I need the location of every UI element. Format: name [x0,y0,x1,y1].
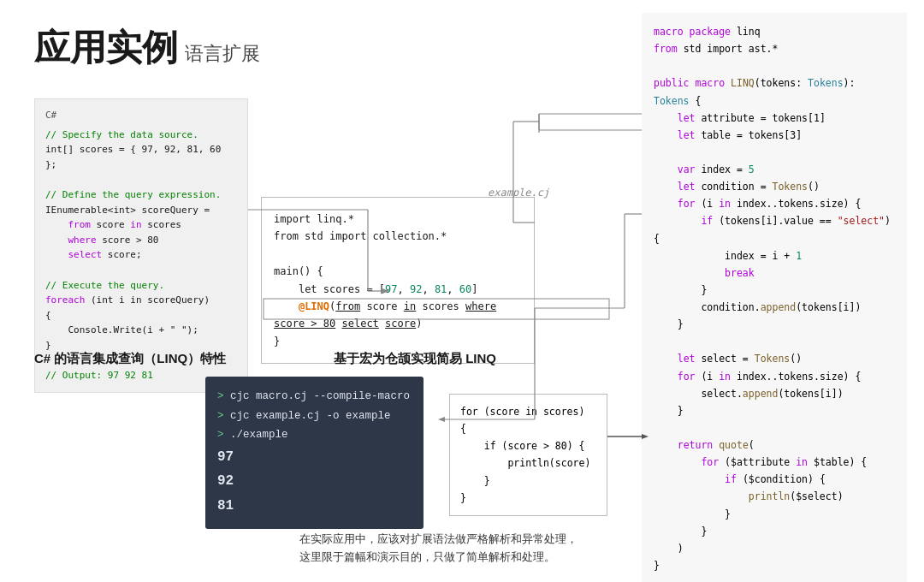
footer-note-line1: 在实际应用中，应该对扩展语法做严格解析和异常处理， [299,531,578,549]
terminal-output-3: 81 [217,494,412,519]
macro-code: macro package linq from std import ast.*… [654,23,895,574]
example-caption: 基于宏为仓颉实现简易 LINQ [334,351,496,367]
example-code: import linq.* from std import collection… [274,211,522,350]
csharp-code: // Specify the data source. int[] scores… [45,128,237,383]
forloop-code-box: for (score in scores) { if (score > 80) … [449,394,607,516]
title-main: 应用实例 [34,24,178,72]
forloop-code: for (score in scores) { if (score > 80) … [460,403,596,507]
footer-note: 在实际应用中，应该对扩展语法做严格解析和异常处理， 这里限于篇幅和演示目的，只做… [299,531,578,567]
csharp-caption: C# 的语言集成查询（LINQ）特性 [34,351,226,367]
terminal-line-3: > ./example [217,425,412,445]
csharp-code-box: C# // Specify the data source. int[] sco… [34,98,248,393]
title-area: 应用实例 语言扩展 [34,24,260,72]
terminal-line-1: > cjc macro.cj --compile-macro [217,387,412,407]
footer-note-line2: 这里限于篇幅和演示目的，只做了简单解析和处理。 [299,549,578,567]
example-code-box: import linq.* from std import collection… [261,197,535,364]
csharp-lang-label: C# [45,108,237,123]
terminal-output-1: 97 [217,445,412,470]
macro-code-panel: macro package linq from std import ast.*… [642,13,907,582]
terminal-box: > cjc macro.cj --compile-macro > cjc exa… [205,377,424,529]
svg-marker-13 [438,417,445,422]
terminal-line-2: > cjc example.cj -o example [217,407,412,426]
terminal-output-2: 92 [217,469,412,494]
title-sub: 语言扩展 [185,41,260,67]
